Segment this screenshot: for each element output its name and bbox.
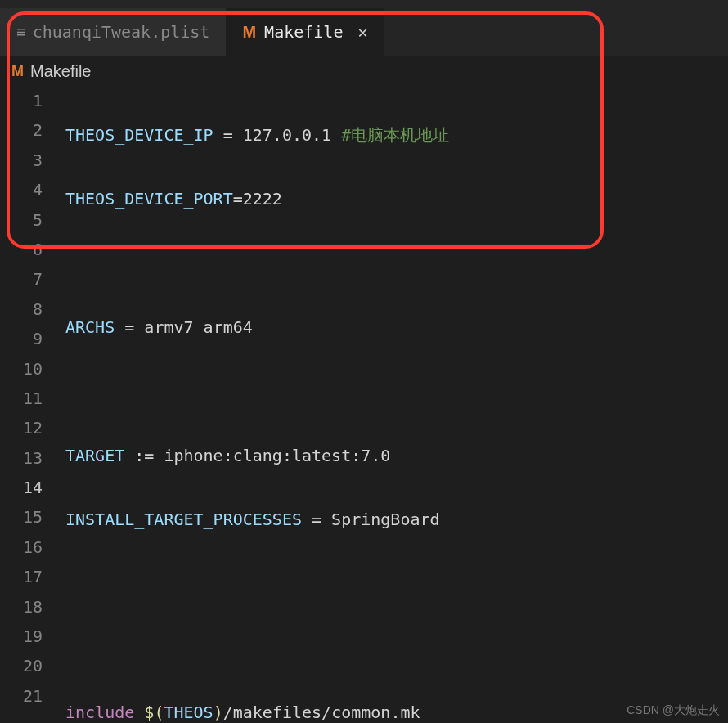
close-icon[interactable]: ✕ xyxy=(357,22,367,42)
line-number: 7 xyxy=(0,264,43,294)
line-number: 16 xyxy=(0,532,43,562)
top-strip xyxy=(0,0,728,8)
line-number: 14 xyxy=(0,473,43,502)
line-number: 13 xyxy=(0,443,43,473)
tab-label: Makefile xyxy=(264,22,343,42)
breadcrumb[interactable]: M Makefile xyxy=(0,56,728,86)
line-number: 17 xyxy=(0,562,43,591)
makefile-icon: M xyxy=(11,63,24,80)
code-line[interactable] xyxy=(65,249,728,278)
line-number: 2 xyxy=(0,115,43,145)
code-line[interactable]: INSTALL_TARGET_PROCESSES = SpringBoard xyxy=(65,505,728,534)
line-number: 4 xyxy=(0,175,43,204)
code-area[interactable]: THEOS_DEVICE_IP = 127.0.0.1 #电脑本机地址 THEO… xyxy=(65,86,728,723)
makefile-icon: M xyxy=(242,23,256,42)
tab-label: chuanqiTweak.plist xyxy=(33,22,210,42)
code-line[interactable] xyxy=(65,633,728,662)
line-number: 11 xyxy=(0,384,43,413)
line-number: 1 xyxy=(0,86,43,115)
line-number: 15 xyxy=(0,502,43,532)
code-line[interactable]: THEOS_DEVICE_PORT=2222 xyxy=(65,184,728,213)
line-number: 19 xyxy=(0,622,43,651)
tab-bar: ≡ chuanqiTweak.plist M Makefile ✕ xyxy=(0,8,728,56)
tab-makefile[interactable]: M Makefile ✕ xyxy=(226,8,384,56)
code-line[interactable]: THEOS_DEVICE_IP = 127.0.0.1 #电脑本机地址 xyxy=(65,120,728,150)
line-number: 5 xyxy=(0,205,43,235)
watermark: CSDN @大炮走火 xyxy=(627,703,720,718)
line-number: 21 xyxy=(0,681,43,711)
line-number: 12 xyxy=(0,413,43,442)
line-number: 10 xyxy=(0,354,43,384)
line-number: 3 xyxy=(0,146,43,175)
line-number: 8 xyxy=(0,294,43,324)
editor[interactable]: 1 2 3 4 5 6 7 8 9 10 11 12 13 14 15 16 1… xyxy=(0,86,728,723)
breadcrumb-label: Makefile xyxy=(30,62,91,81)
line-number: 20 xyxy=(0,651,43,680)
file-icon: ≡ xyxy=(16,23,25,42)
tab-chuanqitweak-plist[interactable]: ≡ chuanqiTweak.plist xyxy=(0,8,226,56)
code-line[interactable] xyxy=(65,377,728,406)
line-number: 18 xyxy=(0,592,43,622)
line-gutter: 1 2 3 4 5 6 7 8 9 10 11 12 13 14 15 16 1… xyxy=(0,86,65,723)
code-line[interactable] xyxy=(65,569,728,599)
code-line[interactable]: TARGET := iphone:clang:latest:7.0 xyxy=(65,441,728,470)
line-number: 9 xyxy=(0,324,43,353)
line-number: 6 xyxy=(0,235,43,264)
code-line[interactable]: ARCHS = armv7 arm64 xyxy=(65,312,728,342)
